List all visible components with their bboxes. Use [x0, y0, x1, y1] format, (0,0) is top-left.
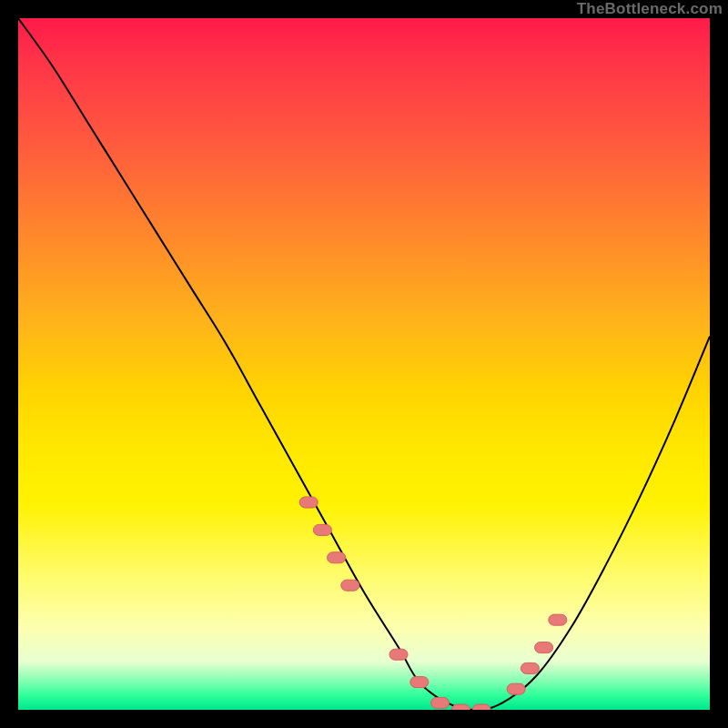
marker-point [328, 552, 346, 563]
watermark-text: TheBottleneck.com [577, 0, 723, 18]
marker-point [549, 614, 567, 625]
marker-point [341, 580, 359, 591]
bottleneck-curve [18, 18, 710, 710]
marker-point [535, 642, 553, 653]
marker-point [389, 649, 408, 660]
marker-point [431, 697, 450, 708]
chart-frame: TheBottleneck.com [0, 0, 728, 728]
marker-point [313, 524, 331, 535]
chart-svg [18, 18, 710, 710]
curve-line [18, 18, 710, 710]
marker-point [521, 662, 539, 673]
marker-point [299, 497, 318, 508]
marker-point [410, 677, 429, 688]
highlight-markers [299, 497, 567, 710]
marker-point [451, 704, 470, 710]
marker-point [472, 704, 490, 710]
marker-point [507, 683, 525, 694]
plot-area [18, 18, 710, 710]
